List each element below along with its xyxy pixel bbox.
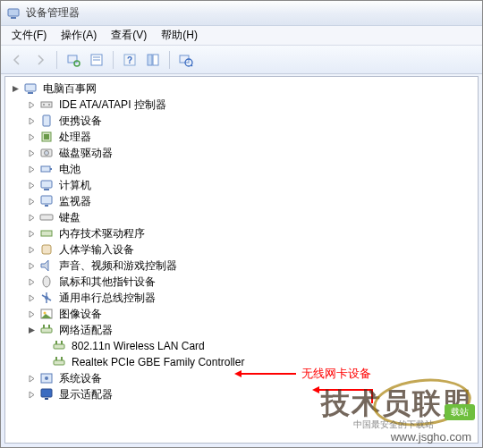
battery-icon — [39, 162, 54, 176]
svg-rect-42 — [54, 344, 64, 349]
tree-category-label: 电池 — [57, 161, 82, 177]
expand-icon[interactable] — [25, 179, 38, 191]
tree-category[interactable]: 通用串行总线控制器 — [5, 290, 478, 306]
tree-category-label: 图像设备 — [57, 306, 104, 322]
svg-rect-39 — [41, 328, 52, 333]
svg-rect-40 — [43, 325, 45, 328]
view-mode-button[interactable] — [142, 49, 164, 71]
scan-hardware-button[interactable] — [63, 49, 84, 71]
expand-icon[interactable] — [25, 388, 38, 401]
toolbar-separator — [113, 51, 114, 69]
svg-point-18 — [48, 104, 50, 106]
svg-point-17 — [43, 104, 45, 106]
expand-icon[interactable] — [25, 243, 38, 256]
tree-category[interactable]: 人体学输入设备 — [5, 241, 478, 258]
ide-icon — [39, 97, 54, 112]
tree-category[interactable]: 系统设备 — [5, 370, 478, 386]
tree-category[interactable]: 监视器 — [5, 193, 478, 209]
tree-category[interactable]: 鼠标和其他指针设备 — [5, 274, 478, 290]
tree-category-label: 键盘 — [57, 209, 82, 225]
toolbar-separator — [169, 51, 170, 69]
disk-icon — [39, 146, 54, 160]
tree-category[interactable]: 便携设备 — [5, 113, 478, 129]
tree-category-label: 内存技术驱动程序 — [57, 225, 147, 241]
monitor-icon — [39, 194, 54, 208]
expand-icon[interactable] — [25, 292, 38, 304]
tree-category[interactable]: IDE ATA/ATAPI 控制器 — [5, 97, 478, 113]
refresh-button[interactable] — [175, 49, 197, 71]
svg-rect-24 — [41, 166, 50, 172]
expand-icon[interactable] — [25, 131, 38, 143]
hid-icon — [39, 242, 54, 257]
tree-category[interactable]: 处理器 — [5, 129, 478, 145]
svg-rect-29 — [45, 205, 48, 207]
tree-category[interactable]: 图像设备 — [5, 306, 478, 322]
tree-category[interactable]: 电池 — [5, 161, 478, 177]
tree-category[interactable]: 键盘 — [5, 209, 478, 225]
menu-help[interactable]: 帮助(H) — [154, 26, 205, 45]
window-title: 设备管理器 — [26, 5, 80, 21]
collapse-icon[interactable] — [9, 82, 21, 95]
image-icon — [39, 307, 54, 321]
tree-root-label: 电脑百事网 — [41, 80, 98, 97]
tree-category-label: 通用串行总线控制器 — [57, 290, 157, 306]
tree-device-ethernet[interactable]: Realtek PCIe GBE Family Controller — [5, 354, 478, 370]
keyboard-icon — [39, 210, 54, 224]
tree-category-network[interactable]: 网络适配器 — [5, 322, 478, 338]
tree-category[interactable]: 计算机 — [5, 177, 478, 193]
tree-category-label: 便携设备 — [57, 113, 104, 129]
tree-device-wifi[interactable]: 802.11n Wireless LAN Card — [5, 338, 478, 354]
svg-point-49 — [45, 376, 48, 380]
menu-action[interactable]: 操作(A) — [54, 26, 104, 45]
expand-icon[interactable] — [25, 195, 38, 207]
svg-text:?: ? — [127, 55, 132, 65]
tree-category[interactable]: 磁盘驱动器 — [5, 145, 478, 161]
menu-file[interactable]: 文件(F) — [4, 26, 54, 45]
expand-icon[interactable] — [25, 163, 38, 175]
svg-rect-10 — [153, 55, 158, 65]
svg-rect-21 — [44, 134, 49, 139]
tree-category[interactable]: 声音、视频和游戏控制器 — [5, 258, 478, 274]
svg-rect-44 — [61, 341, 63, 344]
sound-icon — [39, 258, 54, 273]
svg-rect-32 — [42, 245, 51, 254]
expand-icon[interactable] — [25, 275, 38, 288]
computer-icon — [39, 178, 54, 192]
svg-rect-9 — [148, 55, 152, 65]
usb-icon — [39, 291, 54, 305]
annotation-label: 无线网卡设备 — [301, 366, 371, 382]
svg-rect-1 — [11, 17, 16, 19]
display-icon — [39, 387, 54, 402]
device-tree-pane: 电脑百事网 IDE ATA/ATAPI 控制器便携设备处理器磁盘驱动器电池计算机… — [4, 76, 479, 444]
collapse-icon[interactable] — [25, 324, 38, 336]
tree-root[interactable]: 电脑百事网 — [5, 80, 478, 97]
svg-rect-19 — [43, 115, 50, 126]
menu-view[interactable]: 查看(V) — [104, 26, 154, 45]
svg-rect-14 — [25, 84, 36, 91]
tree-category[interactable]: 显示适配器 — [5, 386, 478, 402]
expand-icon[interactable] — [25, 98, 38, 111]
svg-rect-27 — [44, 189, 49, 190]
properties-button[interactable] — [86, 49, 107, 71]
tree-device-label: Realtek PCIe GBE Family Controller — [70, 354, 246, 370]
expand-icon[interactable] — [25, 308, 38, 320]
network-card-icon — [52, 339, 66, 353]
expand-icon[interactable] — [25, 147, 38, 159]
svg-rect-30 — [40, 215, 53, 220]
titlebar: 设备管理器 — [1, 1, 482, 26]
expand-icon[interactable] — [25, 211, 38, 224]
tree-device-label: 802.11n Wireless LAN Card — [70, 338, 207, 354]
svg-rect-0 — [8, 9, 19, 16]
tree-category[interactable]: 内存技术驱动程序 — [5, 225, 478, 241]
back-button — [6, 49, 28, 71]
expand-icon[interactable] — [25, 259, 38, 272]
expand-icon[interactable] — [25, 227, 38, 240]
computer-icon — [23, 81, 38, 96]
expand-icon[interactable] — [25, 372, 38, 385]
tree-category-label: 显示适配器 — [57, 386, 114, 402]
portable-icon — [39, 114, 54, 128]
help-button[interactable]: ? — [119, 49, 140, 71]
expand-icon[interactable] — [25, 114, 38, 127]
memory-icon — [39, 226, 54, 241]
svg-rect-15 — [28, 92, 33, 94]
